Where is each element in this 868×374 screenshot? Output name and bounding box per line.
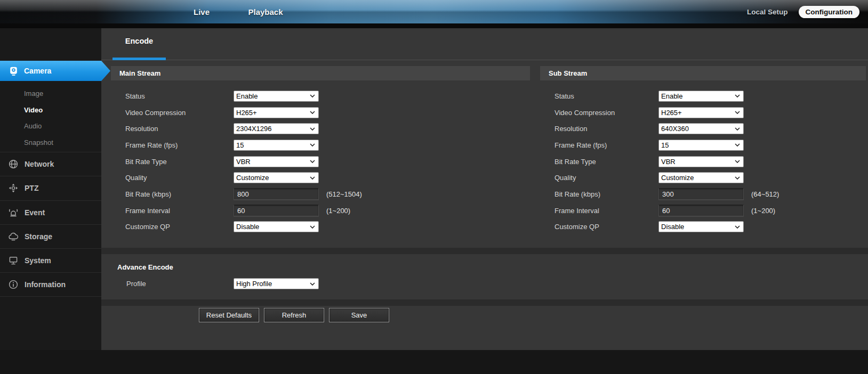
form-row: Customize QP Disable <box>111 219 530 235</box>
profile-row: Profile High Profile <box>101 278 868 290</box>
field-label: Frame Interval <box>554 207 599 215</box>
sidebar-item-image[interactable]: Image <box>0 85 101 102</box>
sub-video-compression-select[interactable]: H265+ <box>658 107 744 118</box>
chevron-down-icon <box>310 94 315 97</box>
main-quality-select[interactable]: Customize <box>234 172 319 183</box>
sidebar-main-items: Network PTZ Event Storage <box>0 152 101 297</box>
field-label: Video Compression <box>554 109 615 117</box>
sub-bit-rate-input[interactable] <box>658 188 744 200</box>
form-row: Bit Rate Type VBR <box>540 153 866 170</box>
form-row: Frame Interval (1~200) <box>540 202 866 219</box>
advance-encode-title: Advance Encode <box>117 263 173 271</box>
sidebar-item-system[interactable]: System <box>0 248 101 272</box>
local-setup-button[interactable]: Local Setup <box>747 8 788 16</box>
sidebar-item-label: Event <box>25 208 45 217</box>
main-resolution-select[interactable]: 2304X1296 <box>234 123 319 134</box>
main-customize-qp-select[interactable]: Disable <box>234 221 319 232</box>
chevron-down-icon <box>310 282 315 286</box>
chevron-down-icon <box>310 111 315 114</box>
chevron-down-icon <box>735 143 740 147</box>
main-video-compression-select[interactable]: H265+ <box>234 107 319 118</box>
form-row: Resolution 2304X1296 <box>111 120 530 137</box>
field-label: Customize QP <box>554 223 599 231</box>
field-label: Quality <box>554 174 576 182</box>
form-row: Frame Rate (fps) 15 <box>111 137 530 153</box>
field-label: Profile <box>126 280 146 288</box>
form-row: Bit Rate (kbps) (64~512) <box>540 186 866 202</box>
sidebar-item-label: Storage <box>25 232 52 241</box>
sub-customize-qp-select[interactable]: Disable <box>658 221 744 232</box>
sub-stream-header: Sub Stream <box>540 66 866 80</box>
sidebar-item-video[interactable]: Video <box>0 102 101 118</box>
main-frame-rate-select[interactable]: 15 <box>234 140 319 151</box>
sidebar-item-label: System <box>25 256 51 265</box>
field-label: Quality <box>125 174 147 182</box>
sidebar-item-label: PTZ <box>25 184 38 192</box>
form-row: Quality Customize <box>111 169 530 186</box>
form-row: Status Enable <box>111 88 530 104</box>
sidebar-item-label: Network <box>25 160 54 168</box>
chevron-down-icon <box>735 94 740 97</box>
action-buttons: Reset Defaults Refresh Save <box>199 308 389 322</box>
profile-select[interactable]: High Profile <box>234 278 319 289</box>
configuration-button[interactable]: Configuration <box>799 6 859 18</box>
chevron-down-icon <box>735 176 740 180</box>
field-label: Frame Rate (fps) <box>125 141 178 149</box>
sidebar-item-snapshot[interactable]: Snapshot <box>0 134 101 151</box>
storage-icon <box>7 231 20 242</box>
sub-status-select[interactable]: Enable <box>658 91 744 102</box>
field-label: Status <box>125 92 145 100</box>
reset-defaults-button[interactable]: Reset Defaults <box>199 308 259 322</box>
sidebar: Camera Image Video Audio Snapshot Networ… <box>0 28 101 350</box>
form-row: Frame Interval (1~200) <box>111 202 530 219</box>
sub-frame-rate-select[interactable]: 15 <box>658 140 744 151</box>
sidebar-item-information[interactable]: Information <box>0 272 101 296</box>
tab-live[interactable]: Live <box>180 0 223 23</box>
main-bit-rate-type-select[interactable]: VBR <box>234 156 319 167</box>
sub-bit-rate-type-select[interactable]: VBR <box>658 156 744 167</box>
main-bit-rate-input[interactable] <box>234 188 319 200</box>
main-stream-header: Main Stream <box>111 66 530 80</box>
sidebar-item-camera[interactable]: Camera <box>0 61 110 81</box>
chevron-down-icon <box>735 111 740 114</box>
sidebar-item-event[interactable]: Event <box>0 200 101 224</box>
tab-playback[interactable]: Playback <box>236 0 295 23</box>
chevron-down-icon <box>310 225 315 229</box>
chevron-down-icon <box>310 127 315 131</box>
main-status-select[interactable]: Enable <box>234 91 319 102</box>
field-label: Frame Interval <box>125 207 170 215</box>
sidebar-item-storage[interactable]: Storage <box>0 224 101 248</box>
field-range-hint: (1~200) <box>326 207 350 215</box>
field-range-hint: (1~200) <box>751 207 775 215</box>
section-divider <box>101 248 868 254</box>
field-label: Bit Rate (kbps) <box>554 190 600 198</box>
save-button[interactable]: Save <box>329 308 389 322</box>
field-label: Resolution <box>554 125 587 133</box>
chevron-down-icon <box>735 225 740 229</box>
form-row: Bit Rate (kbps) (512~1504) <box>111 186 530 202</box>
sidebar-item-ptz[interactable]: PTZ <box>0 176 101 200</box>
tab-encode[interactable]: Encode <box>112 37 166 45</box>
field-label: Frame Rate (fps) <box>554 141 607 149</box>
sub-frame-interval-input[interactable] <box>658 205 744 216</box>
section-divider <box>101 299 868 306</box>
sidebar-item-audio[interactable]: Audio <box>0 118 101 135</box>
form-row: Bit Rate Type VBR <box>111 153 530 170</box>
page-footer <box>0 350 868 374</box>
sidebar-item-network[interactable]: Network <box>0 152 101 176</box>
network-icon <box>7 159 20 169</box>
sidebar-item-label: Camera <box>24 67 51 75</box>
refresh-button[interactable]: Refresh <box>264 308 324 322</box>
camera-icon <box>7 66 20 77</box>
chevron-down-icon <box>310 143 315 147</box>
main-frame-interval-input[interactable] <box>234 205 319 216</box>
form-row: Quality Customize <box>540 169 866 186</box>
field-label: Bit Rate Type <box>125 158 167 166</box>
chevron-down-icon <box>735 160 740 163</box>
sub-resolution-select[interactable]: 640X360 <box>658 123 744 134</box>
sub-quality-select[interactable]: Customize <box>658 172 744 183</box>
sub-stream-section: Sub Stream Status Enable Video Compressi… <box>540 66 866 235</box>
field-label: Bit Rate (kbps) <box>125 190 171 198</box>
active-tab-underline <box>112 58 166 60</box>
form-row: Resolution 640X360 <box>540 120 866 137</box>
